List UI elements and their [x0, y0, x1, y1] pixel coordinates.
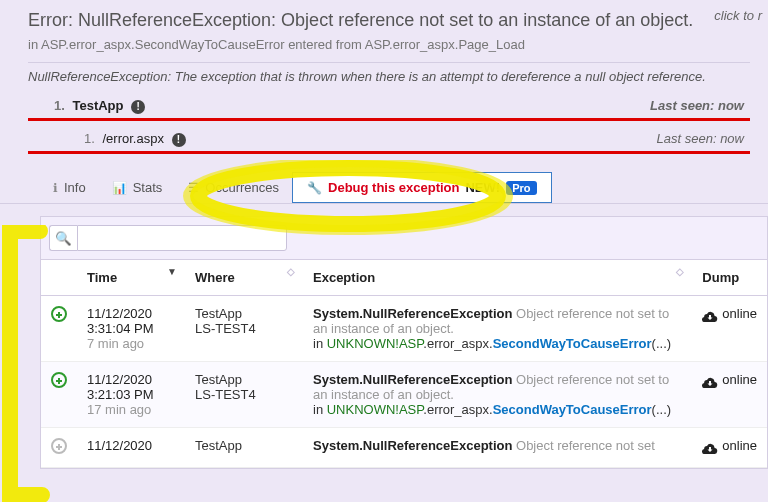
search-button[interactable]: 🔍 [49, 225, 77, 251]
tree-item-app[interactable]: 1. TestApp ! Last seen: now [28, 94, 750, 118]
tab-info[interactable]: ℹ Info [40, 172, 99, 203]
tab-label: Stats [133, 180, 163, 195]
cell-where: TestAppLS-TEST4 [185, 296, 303, 362]
alert-icon: ! [131, 100, 145, 114]
table-row[interactable]: 11/12/20203:31:04 PM7 min agoTestAppLS-T… [41, 296, 767, 362]
table-row[interactable]: 11/12/20203:21:03 PM17 min agoTestAppLS-… [41, 362, 767, 428]
col-label: Exception [313, 270, 375, 285]
tab-bar: ℹ Info 📊 Stats ☰ Occurrences 🔧 Debug thi… [0, 168, 768, 204]
tab-stats[interactable]: 📊 Stats [99, 172, 176, 203]
tree-item-label: /error.aspx [102, 131, 163, 146]
col-dump[interactable]: Dump [692, 260, 767, 296]
cell-exception: System.NullReferenceException Object ref… [303, 362, 692, 428]
results-panel: 🔍 Time ▼ Where ◇ Exception ◇ [40, 216, 768, 469]
error-title: Error: NullReferenceException: Object re… [28, 6, 750, 31]
search-icon: 🔍 [55, 231, 72, 246]
sort-icon: ◇ [287, 268, 295, 276]
results-table: Time ▼ Where ◇ Exception ◇ Dump 11/12/20… [41, 260, 767, 468]
tab-debug[interactable]: 🔧 Debug this exception NEW! Pro [292, 172, 551, 203]
divider-red [28, 151, 750, 154]
pro-badge: Pro [506, 181, 536, 195]
expand-icon[interactable] [51, 306, 67, 322]
col-label: Time [87, 270, 117, 285]
error-description: NullReferenceException: The exception th… [28, 62, 750, 94]
cloud-download-icon [702, 376, 718, 386]
col-where[interactable]: Where ◇ [185, 260, 303, 296]
cell-exception: System.NullReferenceException Object ref… [303, 428, 692, 468]
sort-desc-icon: ▼ [167, 268, 177, 276]
info-icon: ℹ [53, 181, 58, 195]
cloud-download-icon [702, 442, 718, 452]
tab-label: Occurrences [205, 180, 279, 195]
col-exception[interactable]: Exception ◇ [303, 260, 692, 296]
table-row[interactable]: 11/12/2020TestAppSystem.NullReferenceExc… [41, 428, 767, 468]
divider-red [28, 118, 750, 121]
tab-label: Info [64, 180, 86, 195]
cell-dump[interactable]: online [692, 428, 767, 468]
list-icon: ☰ [188, 181, 199, 195]
cloud-download-icon [702, 310, 718, 320]
new-label: NEW! [465, 180, 500, 195]
alert-icon: ! [172, 133, 186, 147]
tree-item-number: 1. [54, 98, 69, 113]
cell-time: 11/12/2020 [77, 428, 185, 468]
error-entry-path: in ASP.error_aspx.SecondWayToCauseError … [28, 31, 750, 62]
tab-occurrences[interactable]: ☰ Occurrences [175, 172, 292, 203]
sort-icon: ◇ [676, 268, 684, 276]
cell-where: TestAppLS-TEST4 [185, 362, 303, 428]
tree-item-page[interactable]: 1. /error.aspx ! Last seen: now [28, 127, 750, 151]
click-hint[interactable]: click to r [714, 8, 762, 23]
wrench-icon: 🔧 [307, 181, 322, 195]
cell-dump[interactable]: online [692, 296, 767, 362]
cell-time: 11/12/20203:21:03 PM17 min ago [77, 362, 185, 428]
last-seen: Last seen: now [650, 98, 744, 113]
search-input[interactable] [77, 225, 287, 251]
cell-where: TestApp [185, 428, 303, 468]
search-bar: 🔍 [41, 217, 767, 260]
col-time[interactable]: Time ▼ [77, 260, 185, 296]
col-expand [41, 260, 77, 296]
stats-icon: 📊 [112, 181, 127, 195]
cell-dump[interactable]: online [692, 362, 767, 428]
last-seen: Last seen: now [657, 131, 744, 146]
tree-item-label: TestApp [72, 98, 123, 113]
tree-item-number: 1. [84, 131, 99, 146]
tab-label: Debug this exception [328, 180, 459, 195]
expand-icon[interactable] [51, 372, 67, 388]
col-label: Where [195, 270, 235, 285]
expand-icon[interactable] [51, 438, 67, 454]
col-label: Dump [702, 270, 739, 285]
cell-exception: System.NullReferenceException Object ref… [303, 296, 692, 362]
cell-time: 11/12/20203:31:04 PM7 min ago [77, 296, 185, 362]
